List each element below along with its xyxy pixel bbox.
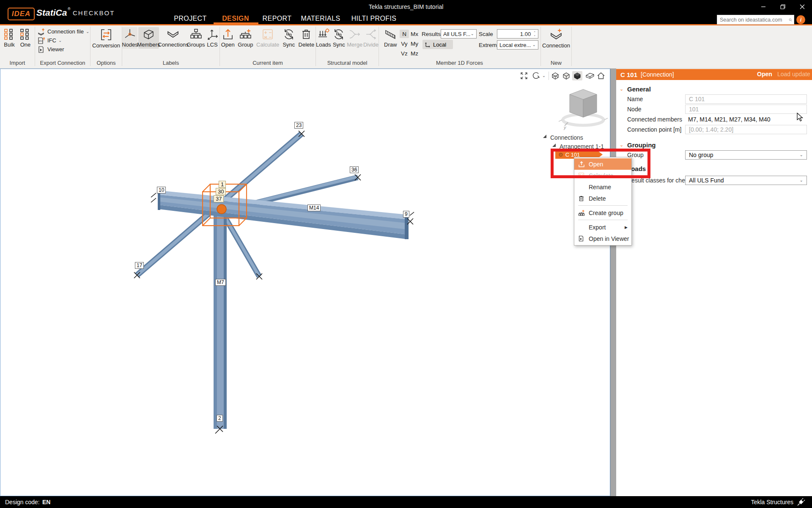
local-toggle[interactable]: Local <box>422 40 453 49</box>
tree-item-connections[interactable]: Connections <box>550 134 583 141</box>
panel-splitter[interactable] <box>610 69 616 496</box>
force-mz-toggle[interactable]: Mz <box>410 49 419 58</box>
ribbon-group-labels: Nodes Members Connections Groups <box>122 25 219 68</box>
bulk-button[interactable]: Bulk <box>2 27 17 49</box>
loads-icon <box>317 28 330 41</box>
rotate-view-button[interactable] <box>531 71 541 80</box>
scale-input[interactable]: 1.00 ⌃⌄ <box>497 29 538 39</box>
sync-label: Sync <box>283 41 295 48</box>
lcs-axes-icon <box>206 28 219 41</box>
menu-item-create-group[interactable]: Create group <box>574 207 631 218</box>
loads-button[interactable]: Loads <box>316 27 331 49</box>
scale-label: Scale <box>479 31 493 37</box>
group-dropdown[interactable]: No group ⌄ <box>685 150 807 160</box>
connection-file-button[interactable]: Connection file ⌄ <box>38 27 89 36</box>
panel-open-button[interactable]: Open <box>757 71 772 77</box>
spinner-stepper[interactable]: ⌃⌄ <box>533 31 536 36</box>
panel-load-update-button[interactable]: Load update <box>777 71 810 77</box>
tab-report[interactable]: REPORT <box>263 13 292 24</box>
force-my-toggle[interactable]: My <box>410 39 419 48</box>
groups-icon <box>189 28 202 41</box>
sync-model-label: Sync <box>333 41 345 48</box>
zoom-fit-button[interactable] <box>519 71 529 80</box>
force-n-toggle[interactable]: N <box>400 30 409 38</box>
menu-item-delete-label: Delete <box>589 195 606 202</box>
draw-label: Draw <box>384 41 397 48</box>
menu-separator <box>578 205 628 206</box>
menu-item-open[interactable]: Open <box>574 158 631 170</box>
info-icon[interactable]: i <box>796 15 805 24</box>
viewer-label: Viewer <box>47 46 64 52</box>
menu-item-calculate-label: Calculate <box>589 172 613 179</box>
results-dropdown[interactable]: All ULS F... ⌄ <box>441 29 477 39</box>
calculate-icon <box>577 172 585 179</box>
window-title: Tekla structures_BIM tutorial <box>369 3 444 10</box>
extreme-dropdown[interactable]: Local extre... ⌄ <box>497 40 538 50</box>
nodes-icon <box>123 28 136 41</box>
section-grouping[interactable]: Grouping <box>627 141 656 149</box>
section-general[interactable]: General <box>627 86 651 93</box>
conversion-label: Conversion <box>92 42 120 49</box>
view-wireframe-button[interactable] <box>550 71 560 80</box>
draw-button[interactable]: Draw <box>383 27 398 49</box>
solid-cube-icon <box>573 72 582 80</box>
menu-item-delete[interactable]: Delete <box>574 193 631 204</box>
tab-hilti-profis[interactable]: HILTI PROFIS <box>351 13 397 24</box>
lcs-toggle-button[interactable]: LCS <box>205 27 219 49</box>
menu-item-export[interactable]: Export ▶ <box>574 221 631 233</box>
sync-button[interactable]: Sync <box>281 27 296 49</box>
group-label-options: Options <box>91 60 122 66</box>
search-box[interactable] <box>717 15 794 25</box>
menu-item-export-label: Export <box>589 224 606 231</box>
divide-icon <box>365 28 377 41</box>
connections-toggle-button[interactable]: Connections <box>160 27 187 49</box>
group-button[interactable]: Group <box>237 27 255 49</box>
force-mx-toggle[interactable]: Mx <box>410 30 419 38</box>
new-connection-button[interactable]: Connection <box>541 27 571 50</box>
view-solid-button[interactable] <box>572 71 582 80</box>
tree-item-arrangement[interactable]: Arrangement 1-1 <box>560 143 604 150</box>
menu-item-open-in-viewer[interactable]: Open in Viewer <box>574 233 631 244</box>
home-view-button[interactable] <box>596 71 606 80</box>
tree-expander[interactable] <box>543 135 546 138</box>
ifc-button[interactable]: IFC IFC ⌄ <box>38 36 89 45</box>
chevron-down-icon: ⌄ <box>86 30 89 34</box>
menu-item-rename[interactable]: Rename <box>574 181 631 193</box>
member-end-label: 17 <box>135 262 144 269</box>
ribbon-group-current-item: Open Group Calculate <box>220 25 315 68</box>
tab-materials[interactable]: MATERIALS <box>301 13 340 24</box>
registered-mark: ® <box>68 7 71 11</box>
structural-model-canvas[interactable] <box>0 69 610 496</box>
minimize-button[interactable] <box>755 2 772 12</box>
delete-button[interactable]: Delete <box>297 27 315 49</box>
context-menu: Open Calculate Rename Delete Create grou… <box>574 157 632 246</box>
force-vz-toggle[interactable]: Vz <box>400 49 409 58</box>
conversion-button[interactable]: Conversion <box>91 27 121 50</box>
navigation-cube[interactable]: y <box>558 85 609 132</box>
force-vy-toggle[interactable]: Vy <box>400 39 409 48</box>
sync-model-button[interactable]: Sync <box>332 27 346 49</box>
groups-toggle-button[interactable]: Groups <box>187 27 204 49</box>
model-viewport[interactable]: 23 36 10 9 17 2 M14 M7 1 30 37 ⌄ <box>0 69 610 496</box>
create-group-icon <box>239 28 252 41</box>
viewer-button[interactable]: Viewer <box>38 45 89 54</box>
nodes-toggle-button[interactable]: Nodes <box>122 27 137 49</box>
maximize-button[interactable] <box>774 2 791 12</box>
rotate-options-chevron[interactable]: ⌄ <box>541 71 547 80</box>
delete-label: Delete <box>299 41 315 48</box>
tab-project[interactable]: PROJECT <box>174 13 206 24</box>
connection-point-field: [0.00; 1.40; 2.20] <box>685 125 807 134</box>
one-button[interactable]: One <box>18 27 33 49</box>
close-button[interactable] <box>794 2 811 12</box>
new-connection-icon <box>549 28 563 41</box>
search-input[interactable] <box>719 17 789 23</box>
node-label: Node <box>627 106 641 113</box>
tree-expander[interactable] <box>552 144 556 147</box>
clipping-plane-button[interactable] <box>585 71 595 80</box>
fit-view-icon <box>520 72 528 80</box>
view-hidden-line-button[interactable] <box>561 71 571 80</box>
open-button[interactable]: Open <box>220 27 236 49</box>
merge-icon <box>348 28 361 41</box>
members-toggle-button[interactable]: Members <box>138 27 159 49</box>
result-classes-dropdown[interactable]: All ULS Fund ⌄ <box>685 176 807 185</box>
